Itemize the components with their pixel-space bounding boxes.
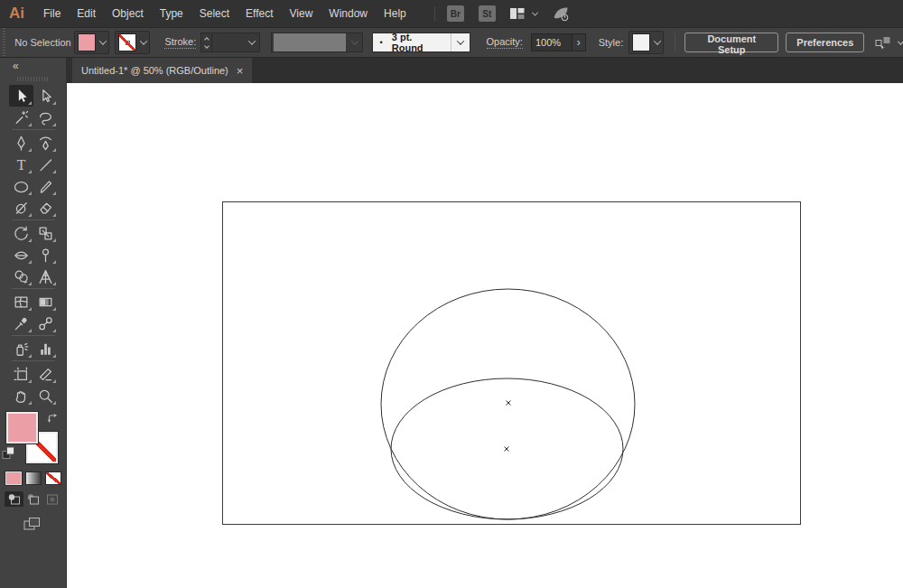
- document-setup-button[interactable]: Document Setup: [684, 33, 778, 52]
- stepper-down-icon[interactable]: [204, 43, 209, 49]
- shape-builder-tool[interactable]: [9, 266, 33, 287]
- line-segment-tool[interactable]: [33, 154, 58, 175]
- symbol-sprayer-tool[interactable]: [9, 338, 33, 359]
- variable-width-profile-dropdown[interactable]: • 3 pt. Round: [372, 33, 470, 52]
- controlbar-separator: [675, 33, 675, 51]
- eyedropper-tool[interactable]: [9, 313, 33, 334]
- tab-close-icon[interactable]: ×: [237, 65, 244, 77]
- gradient-mode-button[interactable]: [25, 471, 42, 485]
- swap-fill-stroke-icon[interactable]: [47, 411, 59, 427]
- gradient-tool[interactable]: [33, 291, 58, 313]
- select-similar-icon[interactable]: [875, 35, 893, 51]
- screen-mode-icon[interactable]: [23, 517, 42, 535]
- tool-group-separator: [12, 219, 55, 220]
- width-tool[interactable]: [9, 244, 33, 266]
- menu-item-object[interactable]: Object: [104, 7, 152, 20]
- workspace-chevron-icon[interactable]: [532, 9, 538, 15]
- menu-item-effect[interactable]: Effect: [237, 7, 281, 20]
- stroke-color-dropdown[interactable]: [115, 31, 150, 54]
- stepper-up-icon[interactable]: [204, 37, 209, 42]
- curvature-tool[interactable]: [33, 132, 58, 154]
- collapse-panel-icon[interactable]: «: [13, 60, 18, 72]
- preferences-button[interactable]: Preferences: [786, 33, 864, 52]
- style-dropdown[interactable]: [628, 31, 664, 54]
- type-tool[interactable]: T: [9, 154, 33, 175]
- draw-inside-button[interactable]: [42, 491, 61, 507]
- column-graph-tool[interactable]: [33, 338, 58, 359]
- slice-tool[interactable]: [33, 363, 58, 385]
- menu-item-select[interactable]: Select: [191, 7, 237, 20]
- perspective-grid-tool[interactable]: [33, 266, 58, 287]
- fill-swatch[interactable]: [78, 33, 96, 51]
- stroke-indicator-icon: [126, 41, 130, 45]
- stroke-swatch[interactable]: [118, 33, 136, 51]
- menu-item-help[interactable]: Help: [376, 7, 414, 20]
- opacity-expand-button[interactable]: ›: [573, 33, 586, 51]
- select-similar-chevron-icon[interactable]: [898, 38, 903, 44]
- opacity-input[interactable]: [531, 33, 573, 51]
- menu-item-window[interactable]: Window: [321, 7, 376, 20]
- canvas-area[interactable]: [67, 83, 903, 588]
- eraser-tool[interactable]: [33, 197, 58, 219]
- scale-tool[interactable]: [33, 222, 58, 244]
- direct-selection-tool[interactable]: [33, 85, 58, 107]
- pen-tool[interactable]: [9, 132, 33, 154]
- magic-wand-tool[interactable]: [9, 107, 33, 128]
- draw-normal-button[interactable]: [5, 491, 23, 507]
- selection-tool[interactable]: [9, 85, 33, 107]
- drawing-mode-row: [5, 491, 61, 507]
- menubar: Ai FileEditObjectTypeSelectEffectViewWin…: [0, 0, 903, 27]
- stock-button[interactable]: St: [479, 5, 496, 22]
- color-mode-row: [5, 471, 61, 485]
- artboard[interactable]: [223, 202, 801, 525]
- hand-tool[interactable]: [9, 385, 33, 406]
- fill-chevron-icon[interactable]: [99, 37, 107, 44]
- style-chevron-icon[interactable]: [654, 37, 661, 44]
- puppet-warp-tool[interactable]: [33, 244, 58, 266]
- document-tab[interactable]: Untitled-1* @ 50% (RGB/Outline) ×: [72, 58, 252, 83]
- artboard-tool[interactable]: [9, 363, 33, 385]
- weight-chevron-icon[interactable]: [247, 37, 255, 44]
- brush-preview: [274, 33, 346, 51]
- svg-text:T: T: [17, 157, 26, 173]
- workspace-switcher-icon[interactable]: [510, 7, 525, 20]
- zoom-tool[interactable]: [33, 385, 58, 406]
- menu-item-file[interactable]: File: [35, 7, 69, 20]
- stroke-panel-link[interactable]: Stroke:: [164, 36, 196, 49]
- mesh-tool[interactable]: [9, 291, 33, 313]
- none-mode-button[interactable]: [45, 471, 61, 485]
- menubar-menus: FileEditObjectTypeSelectEffectViewWindow…: [35, 7, 414, 20]
- illustrator-logo[interactable]: Ai: [0, 5, 35, 23]
- rotate-tool[interactable]: [9, 222, 33, 244]
- menu-item-type[interactable]: Type: [152, 7, 191, 20]
- artwork-svg: [67, 83, 903, 588]
- blend-tool[interactable]: [33, 313, 58, 334]
- style-label: Style:: [599, 37, 624, 48]
- toolbar-grip[interactable]: [17, 77, 50, 81]
- menu-item-edit[interactable]: Edit: [69, 7, 104, 20]
- fill-color-dropdown[interactable]: [74, 31, 109, 54]
- style-swatch[interactable]: [632, 33, 650, 51]
- paintbrush-tool[interactable]: [33, 175, 58, 197]
- tab-bar: Untitled-1* @ 50% (RGB/Outline) ×: [67, 58, 903, 83]
- stroke-weight-dropdown[interactable]: [211, 33, 259, 52]
- opacity-panel-link[interactable]: Opacity:: [487, 36, 523, 49]
- stroke-weight-stepper[interactable]: [200, 33, 211, 52]
- bridge-button[interactable]: Br: [447, 5, 464, 22]
- shaper-tool[interactable]: [9, 197, 33, 219]
- brush-chevron-icon[interactable]: [350, 37, 358, 44]
- fill-control[interactable]: [6, 412, 38, 443]
- brush-definition-dropdown[interactable]: [271, 33, 363, 52]
- color-mode-button[interactable]: [5, 471, 22, 485]
- controlbar-grip[interactable]: [0, 28, 6, 57]
- lasso-tool[interactable]: [33, 107, 58, 128]
- stroke-chevron-icon[interactable]: [140, 37, 147, 44]
- illustrator-window: { "menubar": { "logo": "Ai", "items": ["…: [0, 0, 903, 588]
- menu-item-view[interactable]: View: [282, 7, 321, 20]
- default-fill-stroke-icon[interactable]: [2, 446, 15, 463]
- width-profile-chevron-icon[interactable]: [456, 37, 463, 44]
- gpu-performance-icon[interactable]: [553, 6, 570, 22]
- selection-status: No Selection: [14, 37, 74, 48]
- ellipse-tool[interactable]: [9, 175, 33, 197]
- draw-behind-button[interactable]: [23, 491, 42, 507]
